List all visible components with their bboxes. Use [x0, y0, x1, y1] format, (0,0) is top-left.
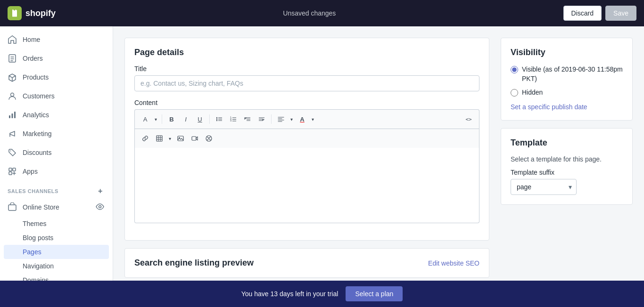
video-btn[interactable] [188, 132, 201, 145]
table-arrow[interactable]: ▾ [166, 132, 173, 145]
pages-label: Pages [23, 248, 41, 256]
template-card: Template Select a template for this page… [501, 128, 633, 205]
sidebar-item-products[interactable]: Products [0, 68, 113, 87]
link-btn[interactable] [139, 132, 152, 145]
align-arrow[interactable]: ▾ [288, 113, 295, 126]
content-area: Page details Title Content A ▾ [113, 26, 644, 281]
orders-icon [8, 54, 17, 63]
clear-format-btn[interactable] [202, 132, 215, 145]
sidebar-nav: Home Orders Products [0, 26, 113, 281]
svg-rect-4 [14, 112, 16, 118]
sidebar-item-marketing-label: Marketing [23, 130, 51, 137]
page-details-card: Page details Title Content A ▾ [124, 38, 489, 241]
sidebar-item-home[interactable]: Home [0, 30, 113, 49]
sidebar-item-pages[interactable]: Pages [4, 245, 109, 259]
font-dropdown-arrow[interactable]: ▾ [152, 113, 159, 126]
select-plan-button[interactable]: Select a plan [346, 286, 403, 301]
svg-rect-21 [192, 137, 196, 140]
discard-button[interactable]: Discard [563, 6, 602, 21]
svg-point-1 [11, 93, 14, 97]
template-suffix-wrapper: page page.contact page.faq [511, 179, 577, 195]
text-color-arrow[interactable]: ▾ [309, 113, 316, 126]
text-color-dropdown[interactable]: A ▾ [296, 113, 316, 126]
sidebar-item-domains[interactable]: Domains [0, 273, 113, 281]
toolbar-divider-2 [209, 114, 210, 124]
sidebar-item-blog-posts[interactable]: Blog posts [0, 231, 113, 245]
unordered-list-btn[interactable] [213, 113, 226, 126]
template-suffix-select[interactable]: page page.contact page.faq [511, 179, 577, 195]
sidebar-item-discounts[interactable]: Discounts [0, 143, 113, 162]
sidebar-item-apps[interactable]: Apps [0, 162, 113, 181]
sidebar-item-marketing[interactable]: Marketing [0, 124, 113, 143]
table-btn[interactable] [153, 132, 166, 145]
visibility-options: Visible (as of 2019-06-30 11:58pm PKT) H… [511, 65, 623, 97]
sidebar-item-navigation[interactable]: Navigation [0, 259, 113, 273]
content-editor[interactable] [134, 148, 479, 223]
unsaved-status: Unsaved changes [283, 9, 336, 17]
top-bar-left: shopify [8, 6, 56, 20]
page-details-title: Page details [134, 48, 479, 57]
editor-toolbar: A ▾ B I U 1.2.3. [134, 109, 479, 129]
save-button[interactable]: Save [605, 6, 636, 21]
visible-option: Visible (as of 2019-06-30 11:58pm PKT) [511, 65, 623, 83]
sidebar-item-customers-label: Customers [23, 92, 55, 100]
marketing-icon [8, 129, 17, 138]
toolbar-divider-1 [162, 114, 162, 124]
indent-btn[interactable] [255, 113, 268, 126]
bold-btn[interactable]: B [165, 113, 178, 126]
side-column: Visibility Visible (as of 2019-06-30 11:… [501, 38, 633, 269]
sidebar-item-analytics[interactable]: Analytics [0, 105, 113, 124]
customers-icon [8, 91, 17, 101]
visibility-title: Visibility [511, 48, 623, 57]
align-btn[interactable] [274, 113, 288, 126]
align-dropdown[interactable]: ▾ [274, 113, 295, 126]
table-dropdown[interactable]: ▾ [153, 132, 173, 145]
hidden-radio[interactable] [511, 89, 518, 97]
top-bar: shopify Unsaved changes Discard Save [0, 0, 644, 26]
sidebar-item-customers[interactable]: Customers [0, 87, 113, 105]
ordered-list-btn[interactable]: 1.2.3. [227, 113, 240, 126]
sidebar-item-discounts-label: Discounts [23, 149, 51, 156]
title-label: Title [134, 65, 479, 73]
preview-icon[interactable] [96, 202, 105, 212]
domains-label: Domains [23, 276, 49, 281]
hidden-option: Hidden [511, 88, 623, 97]
sidebar-item-analytics-label: Analytics [23, 111, 49, 119]
font-btn[interactable]: A [139, 113, 152, 126]
outdent-btn[interactable] [241, 113, 254, 126]
content-field-group: Content A ▾ B I U [134, 99, 479, 223]
discounts-icon [8, 148, 17, 157]
sidebar: Home Orders Products [0, 26, 113, 281]
trial-bar: You have 13 days left in your trial Sele… [0, 281, 644, 307]
svg-rect-18 [157, 136, 162, 141]
products-icon [8, 73, 17, 82]
svg-point-13 [216, 119, 217, 120]
sidebar-item-online-store[interactable]: Online Store [0, 198, 113, 217]
trial-message: You have 13 days left in your trial [241, 290, 339, 298]
underline-btn[interactable]: U [193, 113, 206, 126]
svg-text:3.: 3. [230, 119, 232, 122]
blog-posts-label: Blog posts [23, 234, 53, 242]
sidebar-item-orders[interactable]: Orders [0, 49, 113, 68]
svg-rect-19 [178, 136, 183, 141]
edit-seo-link[interactable]: Edit website SEO [428, 259, 479, 267]
visible-label: Visible (as of 2019-06-30 11:58pm PKT) [522, 65, 623, 83]
seo-title: Search engine listing preview [134, 258, 254, 268]
title-field-group: Title [134, 65, 479, 91]
font-dropdown[interactable]: A ▾ [139, 113, 159, 126]
template-description: Select a template for this page. [511, 155, 623, 163]
svg-rect-2 [9, 115, 10, 118]
online-store-left: Online Store [8, 202, 59, 212]
text-color-btn[interactable]: A [296, 113, 309, 126]
sales-channels-header: SALES CHANNELS + [0, 181, 113, 198]
add-sales-channel-button[interactable]: + [96, 186, 105, 196]
italic-btn[interactable]: I [179, 113, 192, 126]
source-code-btn[interactable]: <> [462, 113, 475, 126]
visible-radio[interactable] [511, 66, 518, 73]
sidebar-item-themes[interactable]: Themes [0, 217, 113, 231]
publish-date-link[interactable]: Set a specific publish date [511, 103, 587, 111]
sidebar-item-apps-label: Apps [23, 168, 38, 175]
image-btn[interactable] [174, 132, 187, 145]
seo-header: Search engine listing preview Edit websi… [134, 258, 479, 268]
title-input[interactable] [134, 75, 479, 91]
